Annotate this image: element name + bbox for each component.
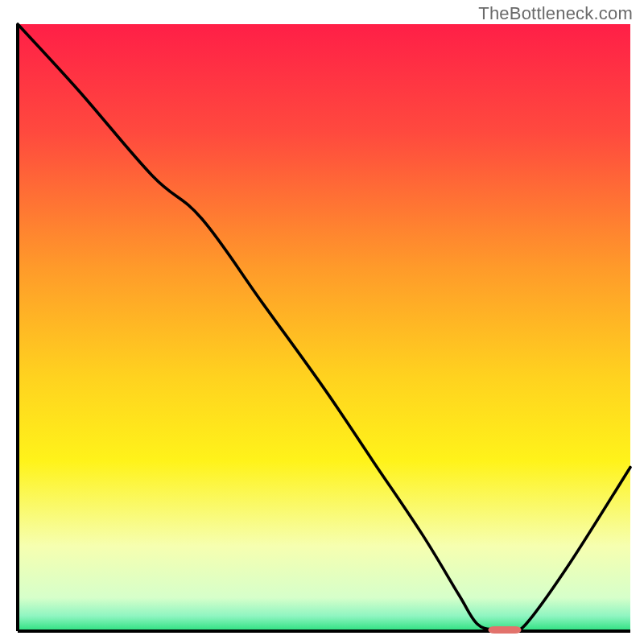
watermark-text: TheBottleneck.com — [478, 3, 633, 24]
chart-container: TheBottleneck.com — [0, 0, 644, 644]
gradient-background — [18, 24, 630, 631]
bottleneck-chart — [0, 0, 644, 644]
optimal-range-marker — [488, 626, 521, 634]
